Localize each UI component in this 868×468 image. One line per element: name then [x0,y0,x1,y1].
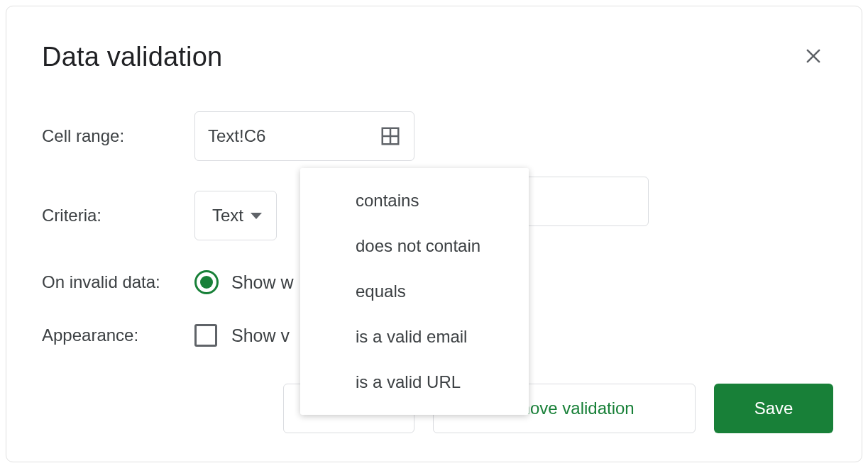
criteria-type-select[interactable]: Text [194,191,277,240]
show-help-label: Show v [231,325,290,346]
dialog-header: Data validation [42,42,826,72]
radio-selected-icon [200,276,213,289]
dropdown-item-does-not-contain[interactable]: does not contain [300,223,529,269]
save-button[interactable]: Save [714,384,833,433]
dropdown-item-equals[interactable]: equals [300,269,529,314]
on-invalid-radio-group: Show w [194,270,294,294]
criteria-condition-dropdown: contains does not contain equals is a va… [300,168,529,415]
cell-range-input[interactable]: Text!C6 [194,111,414,161]
cell-range-label: Cell range: [42,126,194,146]
on-invalid-label: On invalid data: [42,272,194,292]
data-validation-dialog: Data validation Cell range: Text!C6 Crit… [6,6,862,462]
show-warning-radio[interactable] [194,270,219,294]
show-help-checkbox[interactable] [194,324,217,347]
dropdown-item-valid-url[interactable]: is a valid URL [300,360,529,405]
grid-icon[interactable] [380,126,401,147]
chevron-down-icon [251,213,262,219]
close-button[interactable] [801,43,826,72]
cell-range-row: Cell range: Text!C6 [42,111,826,161]
appearance-checkbox-group: Show v [194,324,290,347]
criteria-type-value: Text [212,206,243,225]
show-warning-label: Show w [231,272,294,293]
appearance-label: Appearance: [42,325,194,345]
dropdown-item-contains[interactable]: contains [300,178,529,223]
dropdown-item-valid-email[interactable]: is a valid email [300,314,529,360]
cell-range-value: Text!C6 [208,126,265,146]
close-icon [803,46,823,69]
dialog-title: Data validation [42,42,222,72]
criteria-label: Criteria: [42,206,194,225]
